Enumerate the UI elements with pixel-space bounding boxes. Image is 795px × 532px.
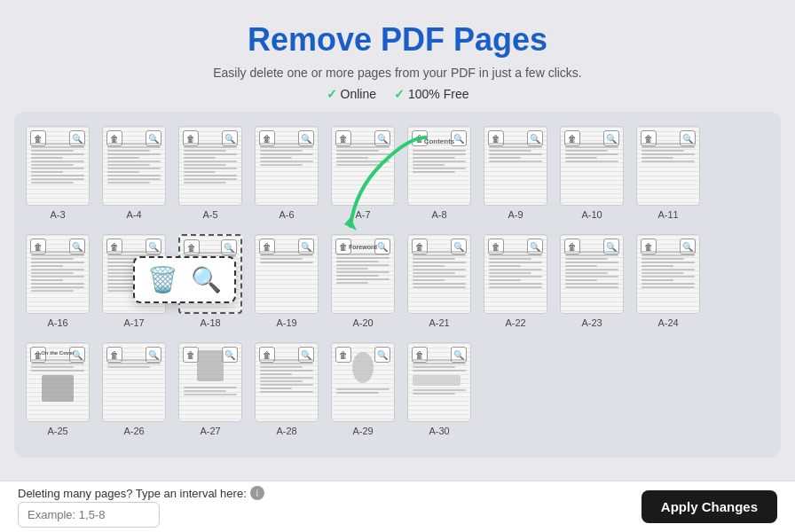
page-thumb-a25[interactable]: 🗑🔍 On the Cover A-25 bbox=[23, 342, 92, 443]
page-card-a6: 🗑🔍 bbox=[255, 126, 319, 206]
page-header: Remove PDF Pages Easily delete one or mo… bbox=[0, 0, 795, 112]
page-label-a20: A-20 bbox=[352, 317, 373, 328]
page-thumb-a24[interactable]: 🗑🔍 A-24 bbox=[634, 234, 703, 335]
page-card-a3: 🗑🔍 bbox=[26, 126, 90, 206]
page-card-a4: 🗑🔍 bbox=[102, 126, 166, 206]
page-card-a10: 🗑🔍 bbox=[560, 126, 624, 206]
page-title: Remove PDF Pages bbox=[0, 21, 795, 59]
page-label-a28: A-28 bbox=[276, 426, 296, 436]
page-card-a23: 🗑🔍 bbox=[560, 234, 624, 314]
delete-big-icon[interactable]: 🗑️ bbox=[147, 265, 178, 294]
page-label-a27: A-27 bbox=[200, 426, 220, 436]
page-thumb-a7[interactable]: 🗑🔍 A-7 bbox=[328, 126, 398, 227]
page-thumb-a16[interactable]: 🗑🔍 A-16 bbox=[23, 234, 92, 335]
zoom-big-icon[interactable]: 🔍 bbox=[191, 265, 222, 294]
page-card-a8: 🗑🔍 Contents bbox=[407, 126, 471, 206]
page-label-a18: A-18 bbox=[200, 317, 220, 328]
page-label-a24: A-24 bbox=[657, 317, 678, 328]
page-label-a16: A-16 bbox=[47, 317, 67, 328]
page-label-a19: A-19 bbox=[276, 317, 296, 328]
page-thumb-a10[interactable]: 🗑🔍 A-10 bbox=[557, 126, 626, 227]
page-thumb-a4[interactable]: 🗑🔍 A-4 bbox=[99, 126, 169, 227]
page-action-overlay: 🗑️ 🔍 bbox=[133, 256, 236, 303]
page-label-a6: A-6 bbox=[279, 209, 294, 220]
page-card-a9: 🗑🔍 bbox=[484, 126, 547, 206]
page-label-a10: A-10 bbox=[581, 209, 602, 220]
page-thumb-a18[interactable]: 🗑🔍 🗑️ 🔍 A-18 bbox=[176, 234, 245, 335]
page-thumb-a9[interactable]: 🗑🔍 A-9 bbox=[481, 126, 550, 227]
feature-badges: ✓ Online ✓ 100% Free bbox=[0, 87, 795, 101]
page-label-a29: A-29 bbox=[352, 426, 373, 436]
page-card-a24: 🗑🔍 bbox=[636, 234, 700, 314]
page-label-a22: A-22 bbox=[505, 317, 525, 328]
page-label-a21: A-21 bbox=[429, 317, 449, 328]
page-thumb-a6[interactable]: 🗑🔍 A-6 bbox=[252, 126, 321, 227]
check-free: ✓ bbox=[394, 87, 405, 101]
page-subtitle: Easily delete one or more pages from you… bbox=[0, 66, 795, 80]
footer-input-group: Deleting many pages? Type an interval he… bbox=[18, 486, 264, 528]
apply-changes-button[interactable]: Apply Changes bbox=[642, 490, 777, 523]
page-card-a26: 🗑🔍 bbox=[102, 342, 166, 422]
page-card-a7: 🗑🔍 bbox=[331, 126, 395, 206]
page-card-a21: 🗑🔍 bbox=[407, 234, 471, 314]
free-badge: ✓ 100% Free bbox=[394, 87, 468, 101]
page-label-a25: A-25 bbox=[47, 426, 67, 436]
page-thumb-a8[interactable]: 🗑🔍 Contents A-8 bbox=[405, 126, 474, 227]
page-thumb-a11[interactable]: 🗑🔍 A-11 bbox=[634, 126, 703, 227]
page-card-a22: 🗑🔍 bbox=[484, 234, 547, 314]
page-label-a7: A-7 bbox=[355, 209, 370, 220]
page-thumb-a22[interactable]: 🗑🔍 A-22 bbox=[481, 234, 550, 335]
page-card-a25: 🗑🔍 On the Cover bbox=[26, 342, 90, 422]
page-label-a9: A-9 bbox=[508, 209, 523, 220]
page-label-a8: A-8 bbox=[431, 209, 446, 220]
page-thumb-a26[interactable]: 🗑🔍 A-26 bbox=[99, 342, 169, 443]
page-thumb-a19[interactable]: 🗑🔍 A-19 bbox=[252, 234, 321, 335]
page-thumb-a28[interactable]: 🗑🔍 A-28 bbox=[252, 342, 321, 443]
page-card-a30: 🗑🔍 bbox=[407, 342, 471, 422]
page-thumb-a21[interactable]: 🗑🔍 A-21 bbox=[405, 234, 474, 335]
footer-instruction: Deleting many pages? Type an interval he… bbox=[18, 486, 264, 500]
interval-input[interactable] bbox=[18, 502, 160, 528]
page-thumb-a30[interactable]: 🗑🔍 A-30 bbox=[405, 342, 474, 443]
page-card-a16: 🗑🔍 bbox=[26, 234, 90, 314]
page-label-a5: A-5 bbox=[202, 209, 217, 220]
page-label-a17: A-17 bbox=[123, 317, 144, 328]
page-thumb-a3[interactable]: 🗑🔍 A-3 bbox=[23, 126, 92, 227]
page-thumb-a20[interactable]: 🗑🔍 Foreword A-20 bbox=[328, 234, 398, 335]
page-card-a19: 🗑🔍 bbox=[255, 234, 319, 314]
page-card-a5: 🗑🔍 bbox=[178, 126, 242, 206]
page-label-a4: A-4 bbox=[126, 209, 141, 220]
footer-bar: Deleting many pages? Type an interval he… bbox=[0, 481, 795, 532]
page-label-a30: A-30 bbox=[429, 426, 449, 436]
page-label-a23: A-23 bbox=[581, 317, 602, 328]
page-thumb-a29[interactable]: 🗑🔍 A-29 bbox=[328, 342, 398, 443]
page-card-a27: 🗑🔍 bbox=[178, 342, 242, 422]
page-card-a11: 🗑🔍 bbox=[636, 126, 700, 206]
info-icon[interactable]: i bbox=[250, 486, 264, 500]
online-badge: ✓ Online bbox=[327, 87, 376, 101]
pages-grid: 🗑🔍 A-3 🗑🔍 A-4 🗑🔍 A-5 🗑🔍 A-6 🗑🔍 A-7 bbox=[14, 112, 781, 458]
page-label-a3: A-3 bbox=[50, 209, 65, 220]
page-card-a29: 🗑🔍 bbox=[331, 342, 395, 422]
page-thumb-a5[interactable]: 🗑🔍 A-5 bbox=[176, 126, 245, 227]
check-online: ✓ bbox=[327, 87, 337, 101]
page-label-a26: A-26 bbox=[123, 426, 144, 436]
page-card-a20: 🗑🔍 Foreword bbox=[331, 234, 395, 314]
footer-left-section: Deleting many pages? Type an interval he… bbox=[18, 486, 642, 528]
page-card-a28: 🗑🔍 bbox=[255, 342, 319, 422]
page-label-a11: A-11 bbox=[657, 209, 678, 220]
page-thumb-a23[interactable]: 🗑🔍 A-23 bbox=[557, 234, 626, 335]
page-thumb-a27[interactable]: 🗑🔍 A-27 bbox=[176, 342, 245, 443]
